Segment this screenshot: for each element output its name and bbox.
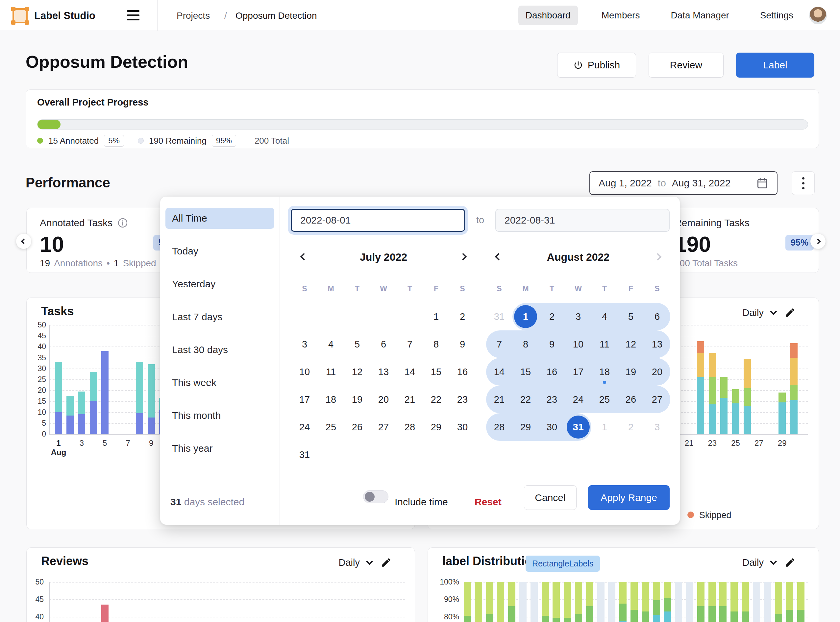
calendar-day[interactable]: 24 <box>292 413 318 441</box>
calendar-day[interactable]: 8 <box>512 331 539 358</box>
calendar-day[interactable]: 15 <box>423 358 449 386</box>
calendar-day[interactable]: 25 <box>318 413 344 441</box>
calendar-next-button[interactable] <box>459 253 467 261</box>
calendar-day[interactable]: 11 <box>591 331 618 358</box>
calendar-day[interactable]: 4 <box>591 303 618 331</box>
nav-item-settings[interactable]: Settings <box>753 6 800 25</box>
edit-pencil-icon[interactable] <box>380 557 392 568</box>
calendar-day[interactable]: 7 <box>397 331 423 358</box>
calendar-day[interactable]: 21 <box>486 386 512 413</box>
calendar-day[interactable]: 20 <box>644 358 670 386</box>
calendar-day[interactable]: 13 <box>370 358 397 386</box>
kebab-menu-button[interactable] <box>792 171 815 195</box>
calendar-day[interactable]: 29 <box>423 413 449 441</box>
calendar-day[interactable]: 2 <box>618 413 644 441</box>
calendar-day[interactable]: 27 <box>370 413 397 441</box>
calendar-day[interactable]: 30 <box>449 413 476 441</box>
preset-today[interactable]: Today <box>165 241 274 262</box>
calendar-day[interactable]: 19 <box>344 386 370 413</box>
preset-all-time[interactable]: All Time <box>165 208 274 229</box>
calendar-day[interactable]: 14 <box>397 358 423 386</box>
review-button[interactable]: Review <box>649 53 724 78</box>
calendar-day[interactable]: 12 <box>618 331 644 358</box>
calendar-day[interactable]: 12 <box>344 358 370 386</box>
calendar-day[interactable]: 16 <box>539 358 565 386</box>
calendar-day[interactable]: 15 <box>512 358 539 386</box>
calendar-day[interactable]: 17 <box>292 386 318 413</box>
calendar-day[interactable]: 19 <box>618 358 644 386</box>
reviews-frequency-dropdown[interactable]: Daily <box>339 557 372 568</box>
end-date-input[interactable] <box>495 209 670 232</box>
calendar-day[interactable]: 27 <box>644 386 670 413</box>
calendar-day[interactable]: 2 <box>539 303 565 331</box>
user-avatar[interactable] <box>809 6 827 24</box>
preset-last-7-days[interactable]: Last 7 days <box>165 306 274 328</box>
include-time-toggle[interactable] <box>363 490 388 503</box>
start-date-input[interactable] <box>291 209 465 232</box>
calendar-day[interactable]: 1 <box>512 303 539 331</box>
calendar-day[interactable]: 5 <box>344 331 370 358</box>
calendar-day[interactable]: 18 <box>591 358 618 386</box>
preset-this-month[interactable]: This month <box>165 405 274 426</box>
calendar-day[interactable]: 26 <box>618 386 644 413</box>
calendar-day[interactable]: 1 <box>423 303 449 331</box>
calendar-day[interactable]: 14 <box>486 358 512 386</box>
calendar-day[interactable]: 21 <box>397 386 423 413</box>
preset-yesterday[interactable]: Yesterday <box>165 273 274 294</box>
nav-item-members[interactable]: Members <box>594 6 647 25</box>
calendar-day[interactable]: 23 <box>449 386 476 413</box>
cancel-button[interactable]: Cancel <box>524 485 577 510</box>
stats-prev-button[interactable] <box>16 234 31 249</box>
calendar-day[interactable]: 10 <box>292 358 318 386</box>
stats-next-button[interactable] <box>810 234 826 249</box>
edit-pencil-icon[interactable] <box>784 307 796 318</box>
calendar-day[interactable]: 30 <box>539 413 565 441</box>
calendar-day[interactable]: 7 <box>486 331 512 358</box>
calendar-next-button[interactable] <box>654 253 662 261</box>
calendar-day[interactable]: 9 <box>449 331 476 358</box>
calendar-day[interactable]: 22 <box>512 386 539 413</box>
label-button[interactable]: Label <box>736 53 814 78</box>
calendar-day[interactable]: 6 <box>644 303 670 331</box>
calendar-day[interactable]: 3 <box>292 331 318 358</box>
edit-pencil-icon[interactable] <box>784 557 796 568</box>
publish-button[interactable]: Publish <box>557 53 636 78</box>
calendar-day[interactable]: 2 <box>449 303 476 331</box>
calendar-day[interactable]: 23 <box>539 386 565 413</box>
calendar-prev-button[interactable] <box>494 253 503 261</box>
calendar-day[interactable]: 13 <box>644 331 670 358</box>
nav-item-data-manager[interactable]: Data Manager <box>663 6 736 25</box>
nav-item-dashboard[interactable]: Dashboard <box>518 6 578 25</box>
reset-button[interactable]: Reset <box>475 496 502 508</box>
calendar-day[interactable]: 16 <box>449 358 476 386</box>
breadcrumb-projects[interactable]: Projects <box>177 11 210 21</box>
calendar-day[interactable]: 1 <box>591 413 618 441</box>
annotations-frequency-dropdown[interactable]: Daily <box>743 307 776 318</box>
calendar-day[interactable]: 9 <box>539 331 565 358</box>
calendar-day[interactable]: 6 <box>370 331 397 358</box>
calendar-day[interactable]: 28 <box>397 413 423 441</box>
calendar-day[interactable]: 4 <box>318 331 344 358</box>
calendar-day[interactable]: 31 <box>292 441 318 468</box>
preset-this-year[interactable]: This year <box>165 438 274 459</box>
hamburger-menu-icon[interactable] <box>127 10 139 21</box>
calendar-day[interactable]: 18 <box>318 386 344 413</box>
calendar-day[interactable]: 25 <box>591 386 618 413</box>
calendar-day[interactable]: 28 <box>486 413 512 441</box>
calendar-day[interactable]: 20 <box>370 386 397 413</box>
date-range-button[interactable]: Aug 1, 2022 to Aug 31, 2022 <box>590 171 777 195</box>
calendar-day[interactable]: 31 <box>565 413 591 441</box>
calendar-day[interactable]: 24 <box>565 386 591 413</box>
preset-this-week[interactable]: This week <box>165 372 274 393</box>
calendar-day[interactable]: 3 <box>565 303 591 331</box>
calendar-day[interactable]: 11 <box>318 358 344 386</box>
preset-last-30-days[interactable]: Last 30 days <box>165 339 274 360</box>
calendar-day[interactable]: 10 <box>565 331 591 358</box>
distribution-frequency-dropdown[interactable]: Daily <box>743 557 776 568</box>
calendar-day[interactable]: 5 <box>618 303 644 331</box>
calendar-day[interactable]: 29 <box>512 413 539 441</box>
calendar-day[interactable]: 26 <box>344 413 370 441</box>
apply-range-button[interactable]: Apply Range <box>588 485 670 510</box>
calendar-day[interactable]: 17 <box>565 358 591 386</box>
calendar-prev-button[interactable] <box>299 253 308 261</box>
